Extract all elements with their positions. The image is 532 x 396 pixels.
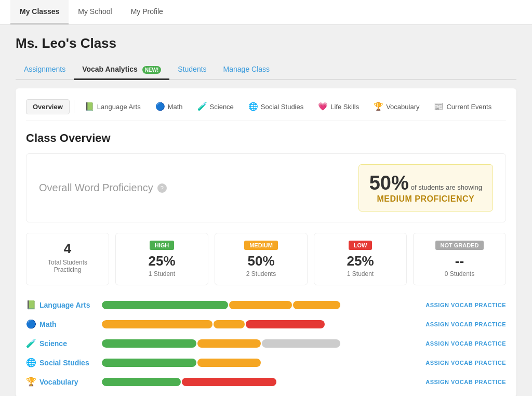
section-title: Class Overview bbox=[26, 131, 506, 145]
bar-container bbox=[102, 301, 417, 309]
stats-row: 4 Total Students Practicing HIGH 25% 1 S… bbox=[26, 233, 506, 285]
stat-high: HIGH 25% 1 Student bbox=[115, 233, 208, 285]
bar-segment bbox=[293, 301, 340, 309]
bar-segment bbox=[197, 359, 260, 367]
subject-name-math[interactable]: 🔵Math bbox=[26, 319, 94, 329]
vocabulary-icon: 🏆 bbox=[374, 102, 383, 111]
low-percent: 25% bbox=[323, 253, 398, 269]
life-skills-icon: 💗 bbox=[318, 102, 328, 111]
medium-percent: 50% bbox=[223, 253, 299, 269]
sub-tabs: Assignments Vocab Analytics NEW! Student… bbox=[16, 60, 516, 80]
math-icon: 🔵 bbox=[155, 102, 165, 111]
subject-tab-language-arts[interactable]: 📗 Language Arts bbox=[78, 99, 147, 114]
bar-segment bbox=[262, 339, 341, 348]
subject-name-social-studies[interactable]: 🌐Social Studies bbox=[26, 358, 94, 367]
nav-my-school[interactable]: My School bbox=[69, 0, 121, 24]
tab-divider bbox=[74, 100, 74, 113]
subject-tab-life-skills[interactable]: 💗 Life Skills bbox=[312, 99, 365, 114]
bar-container bbox=[102, 359, 417, 367]
stat-not-graded: NOT GRADED -- 0 Students bbox=[413, 233, 506, 285]
bar-segment bbox=[214, 320, 245, 328]
subject-tabs: Overview 📗 Language Arts 🔵 Math 🧪 Scienc… bbox=[26, 99, 506, 121]
proficiency-description: of students are showing bbox=[411, 183, 482, 191]
subject-row: 🔵MathASSIGN VOCAB PRACTICE bbox=[26, 319, 506, 329]
not-graded-students: 0 Students bbox=[422, 270, 497, 278]
language-arts-icon: 📗 bbox=[85, 102, 95, 111]
proficiency-result: 50% of students are showing MEDIUM PROFI… bbox=[358, 164, 493, 212]
assign-vocab-btn-vocabulary[interactable]: ASSIGN VOCAB PRACTICE bbox=[425, 379, 506, 385]
bar-segment bbox=[102, 339, 196, 348]
not-graded-value: -- bbox=[422, 253, 497, 269]
bar-container bbox=[102, 320, 417, 328]
subject-tab-science[interactable]: 🧪 Science bbox=[191, 99, 240, 114]
subject-name-vocabulary[interactable]: 🏆Vocabulary bbox=[26, 377, 94, 387]
bar-segment bbox=[229, 301, 292, 309]
not-graded-badge: NOT GRADED bbox=[435, 241, 484, 250]
subject-row: 🏆VocabularyASSIGN VOCAB PRACTICE bbox=[26, 377, 506, 387]
tab-vocab-analytics[interactable]: Vocab Analytics NEW! bbox=[74, 60, 169, 80]
subject-row: 🧪ScienceASSIGN VOCAB PRACTICE bbox=[26, 338, 506, 348]
bar-container bbox=[102, 339, 417, 348]
overview-label: Overview bbox=[33, 103, 63, 111]
stat-low: LOW 25% 1 Student bbox=[314, 233, 407, 285]
total-number: 4 bbox=[35, 241, 100, 257]
subject-tab-vocabulary[interactable]: 🏆 Vocabulary bbox=[367, 99, 425, 114]
social-studies-icon: 🌐 bbox=[248, 102, 258, 111]
science-icon: 🧪 bbox=[197, 102, 207, 111]
bar-segment bbox=[102, 359, 196, 367]
subject-row: 🌐Social StudiesASSIGN VOCAB PRACTICE bbox=[26, 358, 506, 367]
tab-students[interactable]: Students bbox=[169, 60, 215, 80]
page-title: Ms. Leo's Class bbox=[16, 35, 516, 51]
subject-tab-math[interactable]: 🔵 Math bbox=[149, 99, 189, 114]
page-container: Ms. Leo's Class Assignments Vocab Analyt… bbox=[0, 25, 532, 396]
high-students: 1 Student bbox=[124, 270, 200, 278]
bar-container bbox=[102, 378, 417, 386]
proficiency-box: Overall Word Proficiency ? 50% of studen… bbox=[26, 153, 506, 222]
current-events-icon: 📰 bbox=[434, 102, 444, 111]
proficiency-label: Overall Word Proficiency ? bbox=[39, 182, 167, 194]
nav-my-profile[interactable]: My Profile bbox=[122, 0, 172, 24]
total-label: Total Students Practicing bbox=[35, 259, 100, 273]
low-students: 1 Student bbox=[323, 270, 398, 278]
tab-manage-class[interactable]: Manage Class bbox=[215, 60, 278, 80]
bar-segment bbox=[102, 378, 181, 386]
subject-tab-overview[interactable]: Overview bbox=[26, 99, 70, 114]
assign-vocab-btn-social-studies[interactable]: ASSIGN VOCAB PRACTICE bbox=[425, 360, 506, 366]
new-badge: NEW! bbox=[142, 66, 162, 74]
assign-vocab-btn-math[interactable]: ASSIGN VOCAB PRACTICE bbox=[425, 321, 506, 327]
subject-tab-social-studies[interactable]: 🌐 Social Studies bbox=[242, 99, 310, 114]
assign-vocab-btn-language-arts[interactable]: ASSIGN VOCAB PRACTICE bbox=[425, 302, 506, 308]
subject-icon: 🔵 bbox=[26, 319, 36, 329]
bar-segment bbox=[102, 320, 212, 328]
subject-tab-current-events[interactable]: 📰 Current Events bbox=[428, 99, 498, 114]
subject-bars: 📗Language ArtsASSIGN VOCAB PRACTICE🔵Math… bbox=[26, 300, 506, 387]
high-percent: 25% bbox=[124, 253, 200, 269]
subject-icon: 📗 bbox=[26, 300, 36, 310]
tab-assignments[interactable]: Assignments bbox=[16, 60, 74, 80]
subject-name-science[interactable]: 🧪Science bbox=[26, 338, 94, 348]
bar-segment bbox=[182, 378, 276, 386]
low-badge: LOW bbox=[349, 241, 373, 250]
medium-students: 2 Students bbox=[223, 270, 299, 278]
assign-vocab-btn-science[interactable]: ASSIGN VOCAB PRACTICE bbox=[425, 340, 506, 347]
bar-segment bbox=[246, 320, 325, 328]
bar-segment bbox=[197, 339, 260, 348]
medium-badge: MEDIUM bbox=[244, 241, 278, 250]
subject-row: 📗Language ArtsASSIGN VOCAB PRACTICE bbox=[26, 300, 506, 310]
subject-icon: 🌐 bbox=[26, 358, 36, 367]
stat-medium: MEDIUM 50% 2 Students bbox=[215, 233, 308, 285]
nav-my-classes[interactable]: My Classes bbox=[10, 0, 69, 24]
subject-name-language-arts[interactable]: 📗Language Arts bbox=[26, 300, 94, 310]
subject-icon: 🏆 bbox=[26, 377, 36, 387]
bar-segment bbox=[102, 301, 228, 309]
stat-total: 4 Total Students Practicing bbox=[26, 233, 109, 285]
subject-icon: 🧪 bbox=[26, 338, 36, 348]
proficiency-percent: 50% bbox=[369, 172, 409, 194]
help-icon[interactable]: ? bbox=[157, 183, 167, 193]
proficiency-level: MEDIUM PROFICIENCY bbox=[369, 194, 482, 204]
top-nav: My Classes My School My Profile bbox=[0, 0, 532, 25]
high-badge: HIGH bbox=[150, 241, 175, 250]
main-content: Overview 📗 Language Arts 🔵 Math 🧪 Scienc… bbox=[16, 88, 516, 396]
